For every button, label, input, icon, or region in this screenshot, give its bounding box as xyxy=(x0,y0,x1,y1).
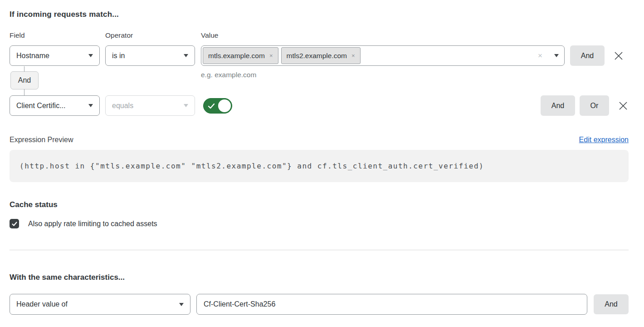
match-section-title: If incoming requests match... xyxy=(10,10,629,19)
field-select-1-value: Hostname xyxy=(16,52,49,60)
value-multiselect[interactable]: mtls.example.com × mtls2.example.com × × xyxy=(201,45,565,66)
chevron-down-icon xyxy=(554,54,559,57)
chevron-down-icon xyxy=(184,54,188,57)
operator-select-2-value: equals xyxy=(112,102,133,110)
condition-row-2: Client Certific... equals And Or xyxy=(10,95,629,116)
expression-preview-label: Expression Preview xyxy=(10,136,73,144)
check-icon xyxy=(11,221,18,227)
toggle-knob xyxy=(218,99,231,112)
operator-select-2: equals xyxy=(105,95,195,116)
chevron-down-icon xyxy=(88,104,93,107)
expression-code-block: (http.host in {"mtls.example.com" "mtls2… xyxy=(10,150,629,182)
characteristics-section-title: With the same characteristics... xyxy=(10,273,629,282)
chevron-down-icon xyxy=(184,104,188,107)
tag-remove-icon[interactable]: × xyxy=(351,53,355,59)
field-select-1[interactable]: Hostname xyxy=(10,45,100,66)
header-name-input[interactable] xyxy=(196,294,587,315)
expression-preview-header: Expression Preview Edit expression xyxy=(10,136,629,144)
boolean-toggle[interactable] xyxy=(203,98,232,114)
characteristic-select-value: Header value of xyxy=(16,300,68,308)
field-label: Field xyxy=(10,31,105,40)
clear-values-icon[interactable]: × xyxy=(538,52,542,59)
section-divider xyxy=(10,250,629,250)
value-helper-text: e.g. example.com xyxy=(201,71,256,79)
logic-connector-button[interactable]: And xyxy=(10,71,39,89)
chevron-down-icon xyxy=(88,54,93,57)
column-labels: Field Operator Value xyxy=(10,31,629,40)
cached-assets-checkbox-label: Also apply rate limiting to cached asset… xyxy=(28,220,157,228)
add-and-condition-button[interactable]: And xyxy=(541,95,575,116)
close-icon xyxy=(618,101,628,111)
operator-select-1[interactable]: is in xyxy=(105,45,195,66)
add-characteristic-button[interactable]: And xyxy=(594,294,629,314)
value-tag: mtls2.example.com × xyxy=(281,47,361,64)
delete-condition-icon[interactable] xyxy=(613,45,624,66)
cached-assets-checkbox[interactable] xyxy=(10,219,19,228)
characteristics-row: Header value of And xyxy=(10,294,629,315)
operator-select-1-value: is in xyxy=(112,52,125,60)
field-select-2[interactable]: Client Certific... xyxy=(10,95,100,116)
condition-row-1: Hostname is in mtls.example.com × mtls2.… xyxy=(10,45,629,66)
operator-label: Operator xyxy=(105,31,201,40)
close-icon xyxy=(614,51,624,61)
edit-expression-link[interactable]: Edit expression xyxy=(579,136,629,144)
add-and-condition-button[interactable]: And xyxy=(570,45,605,66)
check-icon xyxy=(208,103,215,110)
value-tag: mtls.example.com × xyxy=(203,47,278,64)
characteristic-select[interactable]: Header value of xyxy=(10,294,190,315)
delete-condition-icon[interactable] xyxy=(618,95,629,116)
cache-checkbox-row: Also apply rate limiting to cached asset… xyxy=(10,219,629,228)
add-or-condition-button[interactable]: Or xyxy=(580,95,609,116)
value-tag-label: mtls2.example.com xyxy=(287,52,347,60)
field-select-2-value: Client Certific... xyxy=(16,102,65,110)
tag-remove-icon[interactable]: × xyxy=(269,53,273,59)
rule-builder-page: If incoming requests match... Field Oper… xyxy=(0,0,644,327)
chevron-down-icon xyxy=(179,303,184,306)
value-label: Value xyxy=(201,31,219,40)
value-tag-label: mtls.example.com xyxy=(208,52,265,60)
cache-section-title: Cache status xyxy=(10,200,629,209)
value-tag-list: mtls.example.com × mtls2.example.com × xyxy=(203,47,538,64)
